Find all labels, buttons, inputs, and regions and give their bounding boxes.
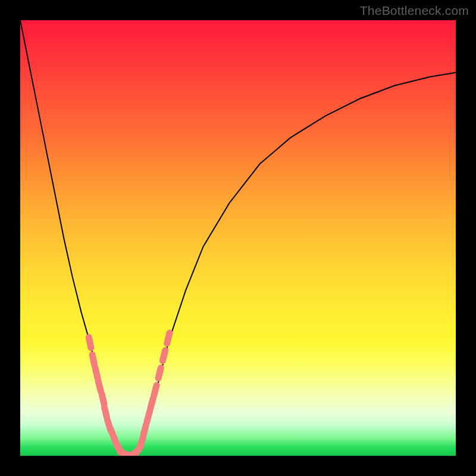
marker-dot [162, 350, 165, 361]
watermark-text: TheBottleneck.com [360, 4, 469, 18]
marker-dot [102, 394, 104, 405]
marker-dot [143, 424, 146, 434]
marker-dot [98, 381, 101, 391]
curve-layer [20, 20, 456, 456]
marker-dot [154, 385, 156, 395]
marker-dot [167, 333, 170, 343]
salmon-dots-right [129, 333, 170, 456]
marker-dot [158, 368, 161, 378]
plot-area [20, 20, 456, 456]
marker-dot [147, 411, 150, 421]
salmon-dots-left [89, 337, 134, 456]
chart-svg [20, 20, 456, 456]
marker-dot [140, 438, 143, 448]
marker-dot [95, 368, 98, 378]
bottleneck-curve [20, 20, 456, 456]
marker-dot [104, 407, 107, 418]
marker-dot [92, 355, 95, 365]
marker-dot [151, 398, 154, 408]
chart-frame: TheBottleneck.com [0, 0, 476, 476]
marker-dot [89, 337, 91, 348]
